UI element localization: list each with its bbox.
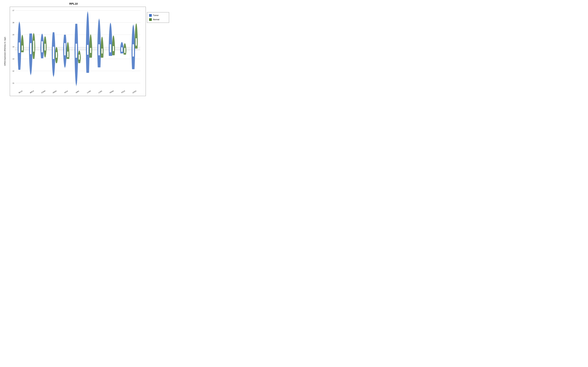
svg-rect-323 xyxy=(64,60,65,60)
svg-rect-820 xyxy=(137,35,137,35)
svg-rect-395 xyxy=(76,70,77,70)
svg-rect-590 xyxy=(100,44,100,44)
svg-rect-91 xyxy=(22,38,22,38)
svg-rect-536 xyxy=(89,56,89,56)
svg-rect-554 xyxy=(90,41,90,41)
svg-rect-650 xyxy=(109,55,110,55)
svg-rect-414 xyxy=(75,52,75,52)
svg-rect-758 xyxy=(134,65,134,65)
svg-rect-704 xyxy=(114,43,115,43)
svg-rect-108 xyxy=(30,66,30,66)
svg-rect-148 xyxy=(33,57,33,57)
svg-rect-46 xyxy=(17,44,18,44)
svg-rect-31 xyxy=(19,58,20,58)
svg-rect-431 xyxy=(75,36,75,36)
svg-rect-35 xyxy=(19,54,20,54)
svg-rect-805 xyxy=(135,48,136,48)
svg-rect-523 xyxy=(88,19,88,20)
svg-rect-402 xyxy=(78,63,78,64)
svg-rect-581 xyxy=(100,52,100,53)
svg-text:KIRC: KIRC xyxy=(76,90,80,93)
svg-rect-701 xyxy=(112,45,113,45)
svg-rect-527 xyxy=(87,16,87,16)
svg-rect-173 xyxy=(33,35,33,36)
svg-rect-167 xyxy=(33,41,33,41)
svg-rect-252 xyxy=(53,65,54,65)
legend-box-normal xyxy=(149,18,152,21)
svg-rect-671 xyxy=(111,36,111,37)
svg-rect-140 xyxy=(32,37,32,37)
svg-rect-629 xyxy=(102,50,102,50)
svg-rect-639 xyxy=(101,42,101,42)
svg-rect-586 xyxy=(98,48,99,48)
svg-rect-387 xyxy=(76,77,76,78)
svg-rect-21 xyxy=(18,67,18,67)
svg-text:16: 16 xyxy=(12,22,14,24)
svg-rect-726 xyxy=(121,46,121,46)
svg-rect-152 xyxy=(35,54,35,54)
svg-rect-393 xyxy=(78,72,78,72)
svg-rect-143 xyxy=(29,34,30,34)
svg-rect-830 xyxy=(136,26,136,27)
svg-rect-545 xyxy=(89,48,89,49)
svg-rect-503 xyxy=(86,38,86,38)
svg-text:LUAD: LUAD xyxy=(86,90,91,94)
svg-rect-789 xyxy=(132,36,132,36)
svg-rect-605 xyxy=(100,30,100,30)
svg-rect-380 xyxy=(76,84,76,84)
svg-rect-776 xyxy=(135,48,135,48)
svg-rect-781 xyxy=(131,43,132,44)
svg-rect-200 xyxy=(42,40,42,40)
svg-rect-728 xyxy=(121,45,121,45)
svg-rect-447 xyxy=(78,62,79,63)
svg-rect-642 xyxy=(102,40,102,40)
svg-rect-317 xyxy=(64,65,64,66)
svg-rect-390 xyxy=(76,75,76,75)
svg-rect-809 xyxy=(137,44,137,44)
svg-rect-420 xyxy=(77,46,78,47)
svg-rect-667 xyxy=(110,40,110,40)
svg-rect-338 xyxy=(66,47,67,47)
svg-rect-471 xyxy=(88,68,88,68)
svg-rect-788 xyxy=(133,37,133,37)
svg-rect-716 xyxy=(122,53,122,54)
svg-rect-88 xyxy=(23,40,24,40)
svg-rect-638 xyxy=(101,43,102,43)
svg-rect-222 xyxy=(44,48,44,48)
svg-rect-624 xyxy=(102,54,102,55)
svg-rect-365 xyxy=(67,50,67,50)
svg-rect-339 xyxy=(66,46,66,46)
svg-rect-707 xyxy=(113,40,113,40)
svg-rect-691 xyxy=(112,53,112,54)
svg-rect-158 xyxy=(33,48,33,49)
svg-rect-683 xyxy=(111,26,111,26)
svg-rect-213 xyxy=(44,55,45,55)
svg-rect-126 xyxy=(29,50,29,50)
svg-rect-738 xyxy=(124,52,125,52)
svg-rect-229 xyxy=(44,42,44,42)
svg-rect-342 xyxy=(63,43,63,43)
svg-rect-74 xyxy=(21,51,22,51)
svg-rect-711 xyxy=(113,37,114,37)
svg-rect-146 xyxy=(34,59,34,59)
svg-rect-190 xyxy=(40,49,41,49)
svg-rect-529 xyxy=(87,14,87,14)
svg-rect-69 xyxy=(19,23,20,23)
svg-rect-594 xyxy=(98,40,98,41)
svg-text:12: 12 xyxy=(12,70,14,72)
svg-rect-221 xyxy=(43,49,44,49)
svg-rect-138 xyxy=(32,39,32,39)
svg-rect-268 xyxy=(52,50,52,51)
svg-rect-115 xyxy=(31,60,31,60)
svg-rect-34 xyxy=(20,55,21,55)
svg-rect-755 xyxy=(132,67,132,67)
svg-rect-199 xyxy=(41,41,41,41)
svg-rect-686 xyxy=(110,23,110,24)
svg-text:COAD: COAD xyxy=(41,90,46,94)
svg-rect-133 xyxy=(30,43,30,43)
svg-rect-762 xyxy=(133,61,133,61)
svg-rect-59 xyxy=(20,32,21,33)
svg-rect-248 xyxy=(53,69,53,69)
svg-rect-267 xyxy=(52,51,52,52)
svg-rect-760 xyxy=(135,63,135,63)
